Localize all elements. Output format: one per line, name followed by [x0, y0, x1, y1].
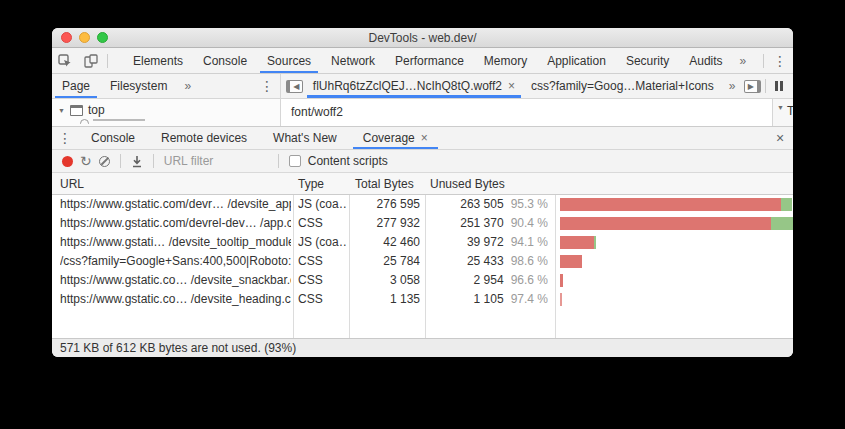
cell-type: CSS	[298, 271, 347, 290]
tab-memory[interactable]: Memory	[474, 48, 537, 73]
record-coverage-icon[interactable]	[62, 156, 73, 167]
device-toolbar-icon[interactable]	[78, 48, 104, 73]
drawer-tab-what-s-new[interactable]: What's New	[260, 127, 350, 149]
unused-bar-segment	[560, 255, 582, 268]
table-row[interactable]: https://www.gstati… /devsite_tooltip_mod…	[52, 233, 793, 252]
tab-elements[interactable]: Elements	[123, 48, 193, 73]
collapse-triangle-icon[interactable]: ▼	[777, 104, 784, 111]
drawer-tab-label: Coverage	[363, 131, 415, 145]
tree-item-top[interactable]: ▼ top	[58, 101, 280, 119]
navigator-tab-page[interactable]: Page	[52, 74, 100, 98]
tab-security[interactable]: Security	[616, 48, 679, 73]
tree-item-clipped	[58, 119, 280, 124]
content-scripts-checkbox[interactable]	[289, 155, 301, 167]
coverage-toolbar: ↻ Content scripts	[52, 150, 793, 173]
used-bar-segment	[594, 236, 596, 249]
unused-bar-segment	[560, 198, 781, 211]
usage-bar	[560, 290, 793, 309]
window-title: DevTools - web.dev/	[52, 31, 793, 45]
table-row[interactable]: https://www.gstatic.co… /devsite_heading…	[52, 290, 793, 309]
drawer-tab-console[interactable]: Console	[78, 127, 148, 149]
drawer-more-menu-icon[interactable]: ⋮	[52, 127, 78, 149]
main-tabs-overflow-icon[interactable]: »	[733, 54, 754, 68]
cell-url: https://www.gstatic.com/devr… /devsite_a…	[60, 195, 291, 214]
reload-icon[interactable]: ↻	[80, 154, 92, 168]
table-row[interactable]: /css?family=Google+Sans:400,500|Roboto:4…	[52, 252, 793, 271]
title-bar: DevTools - web.dev/	[52, 28, 793, 48]
cell-type: CSS	[298, 252, 347, 271]
used-bar-segment	[781, 198, 792, 211]
table-row[interactable]: https://www.gstatic.com/devrel-dev… /app…	[52, 214, 793, 233]
hide-navigator-icon[interactable]: ◀	[285, 74, 305, 98]
navigator-tree: ▼ top	[52, 99, 281, 126]
tab-close-icon[interactable]: ×	[421, 131, 428, 145]
cell-unused-bytes: 25 43398.6 %	[430, 252, 548, 271]
column-header-total-bytes[interactable]: Total Bytes	[355, 177, 414, 191]
column-header-url[interactable]: URL	[60, 177, 84, 191]
cell-unused-bytes: 1 10597.4 %	[430, 290, 548, 309]
cell-type: CSS	[298, 290, 347, 309]
main-more-menu-icon[interactable]: ⋮	[767, 48, 793, 73]
export-icon[interactable]	[131, 155, 143, 168]
column-header-unused-bytes[interactable]: Unused Bytes	[430, 177, 505, 191]
tab-close-icon[interactable]: ×	[508, 79, 515, 93]
unused-bar-segment	[560, 293, 562, 306]
zoom-window-button[interactable]	[97, 32, 108, 43]
cell-total-bytes: 3 058	[349, 271, 420, 290]
navigator-tabs-overflow-icon[interactable]: »	[177, 79, 198, 93]
frame-icon	[70, 105, 83, 116]
file-tab-label: css?family=Goog…Material+Icons	[531, 79, 714, 93]
cell-url: https://www.gstatic.co… /devsite_snackba…	[60, 271, 291, 290]
inspect-element-icon[interactable]	[52, 48, 78, 73]
cell-type: JS (coa…	[298, 195, 347, 214]
sources-content: ▼ top font/woff2 ▼ Th	[52, 99, 793, 126]
expand-triangle-icon[interactable]: ▼	[58, 107, 65, 114]
minimize-window-button[interactable]	[79, 32, 90, 43]
cell-total-bytes: 277 932	[349, 214, 420, 233]
file-tab[interactable]: css?family=Goog…Material+Icons	[523, 74, 722, 98]
cell-url: https://www.gstatic.co… /devsite_heading…	[60, 290, 291, 309]
cell-total-bytes: 25 784	[349, 252, 420, 271]
file-tabs-overflow-icon[interactable]: »	[722, 79, 743, 93]
table-row[interactable]: https://www.gstatic.co… /devsite_snackba…	[52, 271, 793, 290]
drawer-close-icon[interactable]: ×	[767, 130, 793, 146]
url-filter-input[interactable]	[164, 154, 268, 168]
navigator-tab-filesystem[interactable]: Filesystem	[100, 74, 177, 98]
tab-sources[interactable]: Sources	[257, 48, 321, 73]
divider	[763, 54, 764, 68]
file-tab[interactable]: flUhRq6tzZclQEJ…NcIhQ8tQ.woff2×	[305, 74, 523, 98]
table-row[interactable]: https://www.gstatic.com/devr… /devsite_a…	[52, 195, 793, 214]
divider	[153, 154, 154, 168]
tab-audits[interactable]: Audits	[679, 48, 732, 73]
devtools-window: DevTools - web.dev/ ElementsConsoleSourc…	[52, 28, 793, 357]
pause-script-icon[interactable]	[769, 74, 789, 98]
debugger-section-label: Th	[787, 104, 793, 118]
tab-network[interactable]: Network	[321, 48, 385, 73]
drawer-tab-remote-devices[interactable]: Remote devices	[148, 127, 260, 149]
status-text: 571 KB of 612 KB bytes are not used. (93…	[60, 341, 296, 355]
navigator-tab-strip: PageFilesystem » ⋮	[52, 74, 281, 98]
cell-type: CSS	[298, 214, 347, 233]
cell-url: https://www.gstatic.com/devrel-dev… /app…	[60, 214, 291, 233]
divider	[765, 79, 766, 93]
coverage-grid: URL Type Total Bytes Unused Bytes https:…	[52, 173, 793, 338]
divider	[107, 54, 108, 68]
cell-url: /css?family=Google+Sans:400,500|Roboto:4…	[60, 252, 291, 271]
column-header-type[interactable]: Type	[298, 177, 324, 191]
usage-bar	[560, 252, 793, 271]
used-bar-segment	[771, 217, 793, 230]
clear-icon[interactable]	[99, 156, 110, 167]
debugger-sidebar-clipped: ▼ Th	[772, 99, 793, 126]
tab-application[interactable]: Application	[537, 48, 616, 73]
editor-content[interactable]: font/woff2	[281, 99, 772, 126]
tab-console[interactable]: Console	[193, 48, 257, 73]
show-editor-pane-icon[interactable]: ▶	[742, 74, 762, 98]
cell-unused-bytes: 2 95496.6 %	[430, 271, 548, 290]
tab-performance[interactable]: Performance	[385, 48, 474, 73]
usage-bar	[560, 214, 793, 233]
close-window-button[interactable]	[61, 32, 72, 43]
usage-bar	[560, 271, 793, 290]
navigator-more-menu-icon[interactable]: ⋮	[254, 74, 280, 98]
drawer-tab-coverage[interactable]: Coverage×	[350, 127, 441, 149]
drawer-tab-label: What's New	[273, 131, 337, 145]
